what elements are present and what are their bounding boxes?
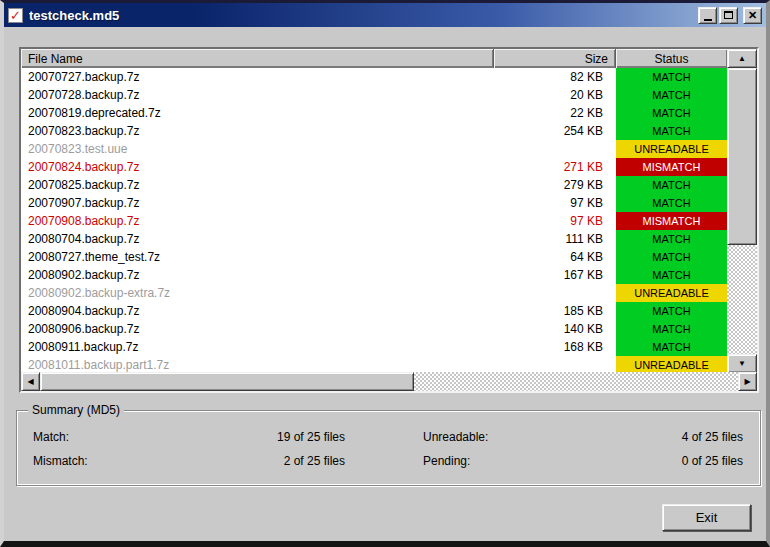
scroll-down-icon[interactable]: ▼ (727, 354, 757, 373)
horizontal-scrollbar: ◀ ▶ (21, 372, 757, 391)
scroll-up-icon[interactable]: ▲ (727, 49, 757, 68)
status-badge: MATCH (616, 338, 727, 356)
file-name-cell: 20070908.backup.7z (21, 212, 494, 230)
table-row[interactable]: 20080911.backup.7z 168 KB MATCH (21, 338, 727, 356)
summary-value-mismatch: 2 of 25 files (173, 454, 345, 468)
file-name-cell: 20070728.backup.7z (21, 86, 494, 104)
file-size-cell (494, 284, 616, 302)
file-size-cell: 111 KB (494, 230, 616, 248)
file-size-cell: 64 KB (494, 248, 616, 266)
file-list: File Name Size Status 20070727.backup.7z… (19, 47, 759, 393)
title-bar[interactable]: ✓ testcheck.md5 ✕ (4, 3, 766, 27)
vertical-scrollbar-track[interactable] (727, 245, 757, 354)
maximize-icon (724, 11, 733, 19)
table-row[interactable]: 20070823.test.uue UNREADABLE (21, 140, 727, 158)
file-list-header: File Name Size Status (21, 49, 727, 68)
status-badge: MATCH (616, 104, 727, 122)
status-badge: MATCH (616, 122, 727, 140)
status-badge: MATCH (616, 176, 727, 194)
table-row[interactable]: 20070908.backup.7z 97 KB MISMATCH (21, 212, 727, 230)
file-name-cell: 20080902.backup-extra.7z (21, 284, 494, 302)
horizontal-scrollbar-thumb[interactable] (40, 372, 414, 391)
table-row[interactable]: 20070727.backup.7z 82 KB MATCH (21, 68, 727, 86)
table-row[interactable]: 20080704.backup.7z 111 KB MATCH (21, 230, 727, 248)
summary-groupbox: Summary (MD5) Match: 19 of 25 files Unre… (16, 410, 761, 486)
file-name-cell: 20070907.backup.7z (21, 194, 494, 212)
file-name-cell: 20070823.test.uue (21, 140, 494, 158)
table-row[interactable]: 20080904.backup.7z 185 KB MATCH (21, 302, 727, 320)
status-badge: MATCH (616, 194, 727, 212)
table-row[interactable]: 20070728.backup.7z 20 KB MATCH (21, 86, 727, 104)
minimize-button[interactable] (698, 7, 717, 24)
summary-legend: Summary (MD5) (28, 403, 124, 417)
file-size-cell: 279 KB (494, 176, 616, 194)
file-size-cell: 254 KB (494, 122, 616, 140)
file-name-cell: 20070824.backup.7z (21, 158, 494, 176)
file-name-cell: 20080906.backup.7z (21, 320, 494, 338)
scroll-left-icon[interactable]: ◀ (21, 372, 40, 391)
file-name-cell: 20080727.theme_test.7z (21, 248, 494, 266)
file-size-cell: 271 KB (494, 158, 616, 176)
summary-label-match: Match: (33, 430, 173, 444)
status-badge: UNREADABLE (616, 140, 727, 158)
horizontal-scrollbar-track[interactable] (414, 372, 738, 391)
window-title: testcheck.md5 (29, 8, 698, 23)
close-button[interactable]: ✕ (743, 7, 762, 24)
minimize-icon (704, 19, 712, 21)
status-badge: MISMATCH (616, 158, 727, 176)
file-size-cell: 167 KB (494, 266, 616, 284)
status-badge: MATCH (616, 68, 727, 86)
status-badge: MATCH (616, 266, 727, 284)
file-name-cell: 20080904.backup.7z (21, 302, 494, 320)
file-size-cell: 20 KB (494, 86, 616, 104)
table-row[interactable]: 20080902.backup.7z 167 KB MATCH (21, 266, 727, 284)
table-row[interactable]: 20070824.backup.7z 271 KB MISMATCH (21, 158, 727, 176)
file-size-cell: 97 KB (494, 212, 616, 230)
table-row[interactable]: 20080906.backup.7z 140 KB MATCH (21, 320, 727, 338)
file-size-cell: 185 KB (494, 302, 616, 320)
column-header-status[interactable]: Status (616, 49, 727, 68)
table-row[interactable]: 20081011.backup.part1.7z UNREADABLE (21, 356, 727, 373)
summary-value-match: 19 of 25 files (173, 430, 345, 444)
maximize-button[interactable] (719, 7, 738, 24)
file-name-cell: 20080911.backup.7z (21, 338, 494, 356)
status-badge: UNREADABLE (616, 284, 727, 302)
column-header-size[interactable]: Size (494, 49, 616, 68)
summary-value-pending: 0 of 25 files (573, 454, 743, 468)
summary-spacer (345, 430, 423, 444)
file-name-cell: 20070823.backup.7z (21, 122, 494, 140)
table-row[interactable]: 20070819.deprecated.7z 22 KB MATCH (21, 104, 727, 122)
status-badge: MATCH (616, 86, 727, 104)
table-row[interactable]: 20080902.backup-extra.7z UNREADABLE (21, 284, 727, 302)
summary-value-unreadable: 4 of 25 files (573, 430, 743, 444)
window-controls: ✕ (698, 7, 762, 24)
file-name-cell: 20080902.backup.7z (21, 266, 494, 284)
table-row[interactable]: 20070825.backup.7z 279 KB MATCH (21, 176, 727, 194)
file-name-cell: 20070819.deprecated.7z (21, 104, 494, 122)
file-size-cell: 168 KB (494, 338, 616, 356)
exit-button[interactable]: Exit (662, 504, 751, 531)
file-size-cell: 97 KB (494, 194, 616, 212)
summary-label-pending: Pending: (423, 454, 573, 468)
summary-spacer (345, 454, 423, 468)
vertical-scrollbar-thumb[interactable] (727, 68, 757, 245)
status-badge: MATCH (616, 248, 727, 266)
file-name-cell: 20070727.backup.7z (21, 68, 494, 86)
vertical-scrollbar: ▲ ▼ (727, 49, 757, 373)
status-badge: MATCH (616, 230, 727, 248)
file-size-cell (494, 140, 616, 158)
scroll-right-icon[interactable]: ▶ (738, 372, 757, 391)
table-row[interactable]: 20070907.backup.7z 97 KB MATCH (21, 194, 727, 212)
summary-label-mismatch: Mismatch: (33, 454, 173, 468)
table-row[interactable]: 20070823.backup.7z 254 KB MATCH (21, 122, 727, 140)
summary-grid: Match: 19 of 25 files Unreadable: 4 of 2… (17, 411, 760, 468)
file-size-cell (494, 356, 616, 373)
file-size-cell: 22 KB (494, 104, 616, 122)
status-badge: MATCH (616, 302, 727, 320)
column-header-file-name[interactable]: File Name (21, 49, 494, 68)
file-size-cell: 140 KB (494, 320, 616, 338)
app-window: ✓ testcheck.md5 ✕ File Name Size Status … (0, 0, 770, 547)
file-name-cell: 20070825.backup.7z (21, 176, 494, 194)
table-row[interactable]: 20080727.theme_test.7z 64 KB MATCH (21, 248, 727, 266)
status-badge: MISMATCH (616, 212, 727, 230)
